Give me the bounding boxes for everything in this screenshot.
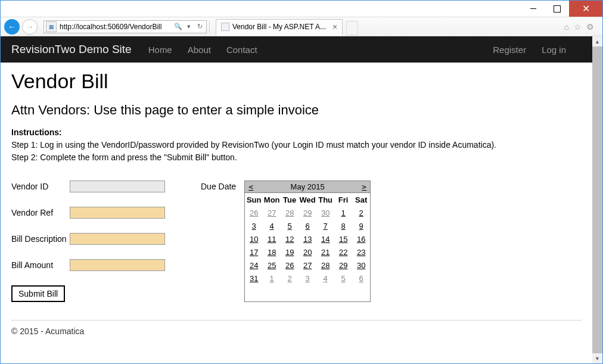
favorites-icon[interactable]: ☆ (574, 22, 582, 32)
calendar-day[interactable]: 31 (245, 272, 263, 285)
calendar-day[interactable]: 20 (299, 245, 316, 259)
browser-forward-button[interactable]: → (22, 19, 38, 35)
calendar-day[interactable]: 21 (316, 245, 334, 259)
calendar-dow-header: Wed (299, 193, 316, 206)
home-icon[interactable]: ⌂ (564, 22, 569, 32)
calendar-day[interactable]: 26 (281, 259, 299, 272)
page-content: RevisionTwo Demo Site Home About Contact… (1, 36, 592, 363)
calendar-day[interactable]: 5 (281, 219, 299, 232)
calendar-day[interactable]: 26 (245, 206, 263, 219)
calendar-day[interactable]: 22 (334, 245, 352, 259)
calendar-day[interactable]: 17 (245, 245, 263, 259)
calendar-day[interactable]: 10 (245, 232, 263, 245)
browser-tool-icons: ⌂ ☆ ⚙ (560, 22, 599, 32)
nav-link-register[interactable]: Register (493, 45, 526, 55)
browser-tab[interactable]: Vendor Bill - My ASP.NET A... × (216, 19, 343, 36)
new-tab-button[interactable] (346, 21, 358, 35)
calendar-day[interactable]: 19 (281, 245, 299, 259)
address-bar: ▦ 🔍 ▾ ↻ (43, 20, 207, 33)
instruction-step1: Step 1: Log in using the VendorID/passwo… (11, 140, 496, 150)
calendar-day[interactable]: 3 (299, 272, 316, 285)
calendar-day[interactable]: 6 (299, 219, 316, 232)
calendar-day[interactable]: 23 (352, 245, 370, 259)
calendar-day[interactable]: 30 (316, 206, 334, 219)
calendar-day[interactable]: 12 (281, 232, 299, 245)
calendar-day[interactable]: 25 (263, 259, 281, 272)
calendar-day[interactable]: 18 (263, 245, 281, 259)
arrow-right-icon: → (26, 23, 34, 31)
label-vendor-id: Vendor ID (11, 182, 70, 191)
calendar-day[interactable]: 6 (352, 272, 370, 285)
calendar: < May 2015 > SunMonTueWedThuFriSat 26272… (244, 181, 371, 302)
calendar-title: May 2015 (291, 182, 325, 191)
label-due-date: Due Date (201, 181, 236, 302)
addr-divider: ▾ (185, 23, 193, 30)
calendar-day[interactable]: 24 (245, 259, 263, 272)
window-maximize-button[interactable] (545, 1, 569, 17)
calendar-dow-header: Sun (245, 193, 263, 206)
nav-link-login[interactable]: Log in (542, 45, 566, 55)
scroll-thumb[interactable] (592, 46, 602, 353)
input-vendor-ref[interactable] (70, 207, 165, 219)
calendar-dow-header: Mon (263, 193, 281, 206)
browser-toolbar: ← → ▦ 🔍 ▾ ↻ Vendor Bill - My ASP.NET A..… (1, 17, 602, 36)
calendar-prev-button[interactable]: < (248, 182, 253, 191)
calendar-day[interactable]: 29 (299, 206, 316, 219)
nav-link-contact[interactable]: Contact (226, 45, 257, 55)
calendar-day[interactable]: 28 (316, 259, 334, 272)
input-bill-amount[interactable] (70, 259, 165, 271)
url-input[interactable] (58, 21, 172, 32)
submit-bill-button[interactable]: Submit Bill (11, 285, 65, 302)
calendar-day[interactable]: 3 (245, 219, 263, 232)
calendar-day[interactable]: 1 (263, 272, 281, 285)
browser-back-button[interactable]: ← (4, 19, 20, 35)
input-vendor-id[interactable] (70, 181, 165, 192)
calendar-next-button[interactable]: > (362, 182, 366, 191)
calendar-day[interactable]: 13 (299, 232, 316, 245)
calendar-day[interactable]: 7 (316, 219, 334, 232)
window-minimize-button[interactable] (521, 1, 545, 17)
instructions-label: Instructions: (11, 127, 62, 137)
calendar-day[interactable]: 14 (316, 232, 334, 245)
arrow-left-icon: ← (8, 23, 16, 31)
scroll-down-button[interactable]: ▼ (592, 353, 602, 363)
tab-close-icon[interactable]: × (332, 22, 337, 32)
calendar-day[interactable]: 11 (263, 232, 281, 245)
calendar-day[interactable]: 15 (334, 232, 352, 245)
calendar-dow-header: Sat (352, 193, 370, 206)
window-close-button[interactable]: ✕ (569, 1, 602, 17)
label-bill-description: Bill Description (11, 234, 70, 244)
calendar-day[interactable]: 30 (352, 259, 370, 272)
label-bill-amount: Bill Amount (11, 260, 70, 270)
nav-link-home[interactable]: Home (148, 45, 172, 55)
scroll-up-button[interactable]: ▲ (592, 36, 602, 46)
calendar-day[interactable]: 9 (352, 219, 370, 232)
page-subtitle: Attn Vendors: Use this page to enter a s… (11, 102, 582, 118)
input-bill-description[interactable] (70, 233, 165, 245)
calendar-day[interactable]: 16 (352, 232, 370, 245)
calendar-day[interactable]: 4 (263, 219, 281, 232)
refresh-icon[interactable]: ↻ (193, 23, 206, 30)
calendar-day[interactable]: 5 (334, 272, 352, 285)
calendar-day[interactable]: 29 (334, 259, 352, 272)
gear-icon[interactable]: ⚙ (586, 22, 594, 32)
calendar-day[interactable]: 4 (316, 272, 334, 285)
window-titlebar: ✕ (1, 1, 602, 17)
search-go-icon[interactable]: 🔍 (172, 23, 185, 30)
calendar-day[interactable]: 27 (299, 259, 316, 272)
calendar-day[interactable]: 2 (352, 206, 370, 219)
calendar-day[interactable]: 8 (334, 219, 352, 232)
calendar-day[interactable]: 2 (281, 272, 299, 285)
calendar-day[interactable]: 28 (281, 206, 299, 219)
site-brand[interactable]: RevisionTwo Demo Site (11, 43, 132, 56)
calendar-grid: SunMonTueWedThuFriSat 262728293012345678… (245, 193, 370, 285)
calendar-dow-header: Thu (316, 193, 334, 206)
calendar-day[interactable]: 27 (263, 206, 281, 219)
label-vendor-ref: Vendor Ref (11, 208, 70, 217)
nav-link-about[interactable]: About (188, 45, 211, 55)
site-navbar: RevisionTwo Demo Site Home About Contact… (1, 36, 592, 63)
toolbar-divider (209, 21, 210, 33)
instructions: Instructions: Step 1: Log in using the V… (11, 126, 582, 164)
calendar-day[interactable]: 1 (334, 206, 352, 219)
vertical-scrollbar[interactable]: ▲ ▼ (592, 36, 602, 363)
